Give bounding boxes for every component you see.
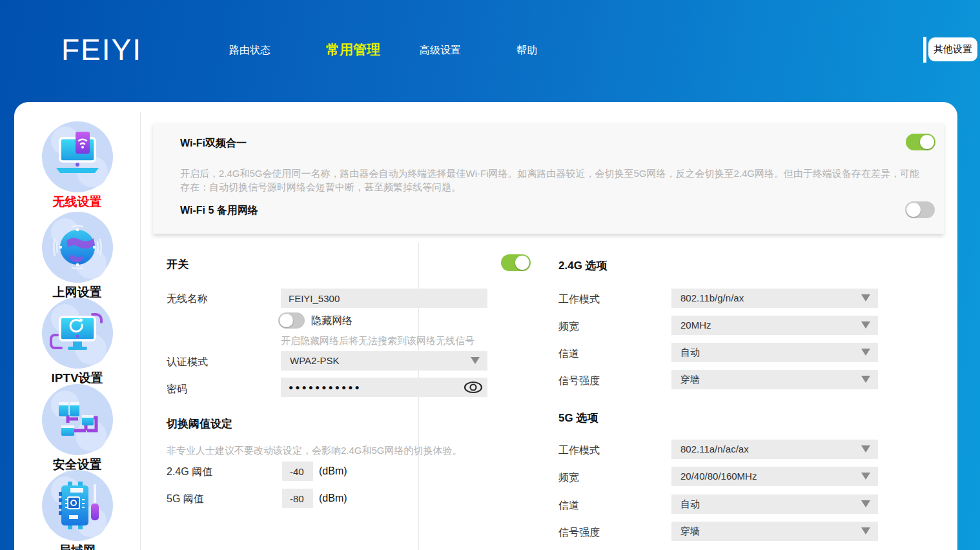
- chevron-down-icon: [861, 294, 870, 301]
- sidebar-item-security[interactable]: 安全设置: [14, 384, 140, 473]
- chevron-down-icon: [861, 349, 870, 356]
- hidden-network-label: 隐藏网络: [311, 314, 352, 328]
- dual-band-title: Wi-Fi双频合一: [180, 137, 247, 150]
- threshold-24g-unit: (dBm): [319, 465, 347, 477]
- chevron-down-icon: [861, 500, 870, 507]
- nav-router-status[interactable]: 路由状态: [229, 44, 271, 57]
- workmode-5g-select[interactable]: 802.11a/n/ac/ax: [671, 440, 878, 459]
- password-masked-value: ●●●●●●●●●●●: [289, 383, 362, 392]
- toggle-knob: [920, 135, 934, 149]
- workmode-5g-label: 工作模式: [558, 444, 600, 458]
- threshold-5g-input[interactable]: [282, 489, 313, 508]
- threshold-24g-input[interactable]: [282, 462, 313, 481]
- internet-settings-icon: [42, 212, 113, 283]
- chevron-down-icon: [861, 473, 870, 480]
- brand-logo: FEIYI: [61, 32, 142, 67]
- password-field[interactable]: ●●●●●●●●●●●: [281, 378, 487, 397]
- hidden-network-note: 开启隐藏网络后将无法搜索到该网络无线信号: [281, 335, 475, 347]
- security-settings-icon: [42, 384, 113, 455]
- chevron-down-icon: [861, 527, 870, 535]
- bandwidth-5g-label: 频宽: [558, 471, 579, 485]
- dual-band-card: Wi-Fi双频合一 开启后，2.4G和5G会使用同一名称，路由器会自动为终端选择…: [153, 123, 944, 234]
- sidebar-divider: [140, 112, 141, 550]
- chevron-down-icon: [471, 357, 480, 364]
- ssid-input[interactable]: [281, 289, 487, 308]
- wireless-settings-icon: [42, 121, 113, 192]
- workmode-5g-value: 802.11a/n/ac/ax: [680, 443, 749, 454]
- workmode-24g-select[interactable]: 802.11b/g/n/ax: [671, 289, 878, 308]
- band-24g-title: 2.4G 选项: [558, 258, 607, 273]
- signal-5g-label: 信号强度: [558, 526, 600, 540]
- channel-24g-value: 自动: [680, 347, 700, 359]
- header-divider: [923, 37, 926, 63]
- channel-5g-label: 信道: [558, 499, 579, 513]
- chevron-down-icon: [861, 376, 870, 383]
- channel-24g-label: 信道: [558, 347, 579, 361]
- auth-mode-label: 认证模式: [167, 356, 208, 369]
- toggle-knob: [280, 314, 293, 327]
- wifi5-backup-title: Wi-Fi 5 备用网络: [180, 204, 258, 218]
- channel-24g-select[interactable]: 自动: [671, 343, 878, 362]
- sidebar-item-iptv[interactable]: IPTV设置: [14, 298, 140, 387]
- wireless-switch-toggle[interactable]: [501, 254, 531, 271]
- signal-5g-select[interactable]: 穿墙: [671, 522, 878, 541]
- iptv-settings-icon: [42, 298, 113, 369]
- signal-24g-value: 穿墙: [680, 374, 700, 386]
- dual-band-toggle[interactable]: [906, 134, 935, 150]
- lan-icon: [42, 470, 113, 541]
- sidebar-item-label: 局域网: [14, 542, 140, 550]
- nav-common-management[interactable]: 常用管理: [326, 41, 380, 59]
- threshold-note: 非专业人士建议不要改动该设定，会影响2.4G和5G网络的切换体验。: [167, 445, 462, 457]
- sidebar-item-lan[interactable]: 局域网: [14, 470, 140, 550]
- toggle-knob: [515, 256, 529, 270]
- band-5g-title: 5G 选项: [558, 411, 598, 425]
- hidden-network-toggle[interactable]: [278, 312, 305, 329]
- bandwidth-24g-value: 20MHz: [680, 320, 711, 331]
- sidebar-item-internet[interactable]: 上网设置: [14, 212, 140, 301]
- auth-mode-select[interactable]: WPA2-PSK: [281, 351, 487, 371]
- ssid-label: 无线名称: [167, 292, 208, 306]
- wifi5-backup-toggle[interactable]: [905, 201, 935, 218]
- signal-24g-label: 信号强度: [558, 374, 600, 388]
- bandwidth-5g-select[interactable]: 20/40/80/160MHz: [671, 467, 878, 486]
- threshold-section-title: 切换阈值设定: [167, 416, 232, 431]
- bandwidth-5g-value: 20/40/80/160MHz: [680, 471, 757, 482]
- workmode-24g-label: 工作模式: [558, 293, 600, 307]
- signal-5g-value: 穿墙: [680, 525, 700, 538]
- router-admin-page: FEIYI 路由状态 常用管理 高级设置 帮助 其他设置 无线设置: [0, 0, 980, 550]
- main-panel: 无线设置 上网设置: [14, 102, 957, 550]
- auth-mode-value: WPA2-PSK: [290, 355, 339, 366]
- chevron-down-icon: [861, 445, 870, 453]
- nav-help[interactable]: 帮助: [516, 44, 537, 57]
- bandwidth-24g-select[interactable]: 20MHz: [671, 316, 878, 335]
- switch-section-title: 开关: [167, 257, 189, 272]
- show-password-button[interactable]: [463, 380, 484, 394]
- password-label: 密码: [167, 383, 187, 396]
- other-settings-button[interactable]: 其他设置: [928, 37, 977, 61]
- threshold-5g-unit: (dBm): [319, 493, 347, 504]
- sidebar-item-label: 无线设置: [14, 194, 140, 210]
- nav-advanced-settings[interactable]: 高级设置: [420, 44, 461, 57]
- bandwidth-24g-label: 频宽: [558, 320, 579, 334]
- workmode-24g-value: 802.11b/g/n/ax: [680, 292, 744, 303]
- threshold-5g-label: 5G 阈值: [167, 493, 204, 506]
- chevron-down-icon: [861, 321, 870, 329]
- channel-5g-value: 自动: [680, 498, 700, 511]
- sidebar-item-wireless[interactable]: 无线设置: [14, 121, 140, 210]
- toggle-knob: [906, 203, 921, 217]
- signal-24g-select[interactable]: 穿墙: [671, 370, 878, 389]
- threshold-24g-label: 2.4G 阈值: [167, 465, 212, 479]
- eye-icon: [463, 380, 484, 394]
- dual-band-description: 开启后，2.4G和5G会使用同一名称，路由器会自动为终端选择最佳Wi-Fi网络。…: [180, 167, 929, 194]
- channel-5g-select[interactable]: 自动: [671, 494, 878, 514]
